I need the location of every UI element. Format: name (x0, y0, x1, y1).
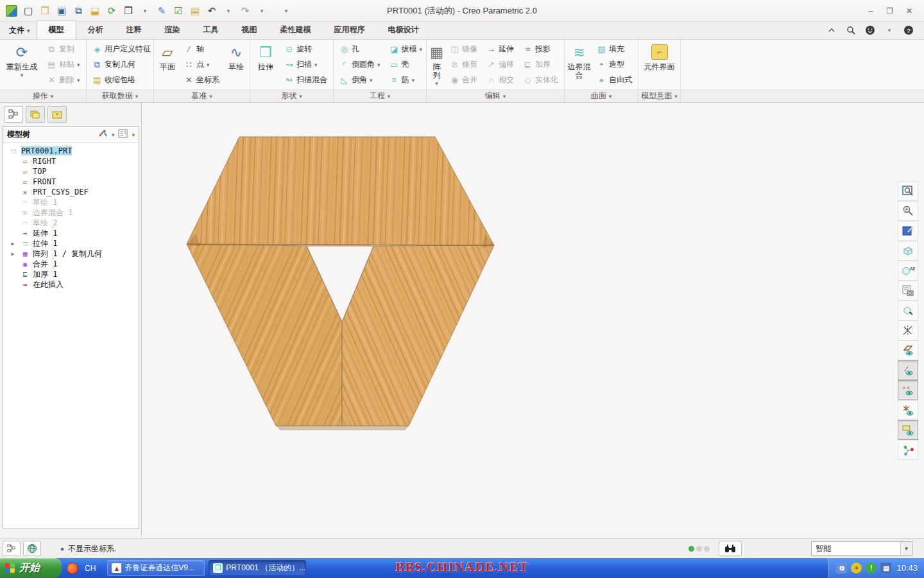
antivirus-icon[interactable]: + (851, 563, 862, 574)
windows-icon[interactable]: ❐ (121, 3, 136, 19)
library-icon[interactable]: ▤ (187, 3, 203, 19)
csys-button[interactable]: ✕ 坐标系 (180, 73, 223, 87)
tree-row-thicken1[interactable]: ⊑ 加厚 1 (3, 269, 139, 279)
save-icon[interactable]: ▣ (54, 3, 69, 19)
group-label-shapes[interactable]: 形状▾ (250, 89, 333, 102)
regenerate-quick-icon[interactable]: ⟳ (104, 3, 119, 19)
component-interface-button[interactable]: ⌐ 元件界面 (642, 41, 678, 88)
browser-button[interactable] (23, 541, 41, 556)
spin-center-button[interactable] (898, 440, 918, 460)
sweep-button[interactable]: ↝ 扫描 ▾ (280, 57, 331, 72)
undo-dropdown-icon[interactable]: ▾ (221, 3, 236, 19)
chamfer-button[interactable]: ◺ 倒角 ▾ (336, 73, 384, 87)
hole-button[interactable]: ◎ 孔 (336, 42, 384, 57)
axis-button[interactable]: ⁄ 轴 (180, 42, 223, 57)
display-style-button[interactable] (898, 241, 918, 261)
model-viewport[interactable] (142, 103, 924, 538)
expand-icon[interactable]: ▶ (8, 251, 17, 257)
shrinkwrap-button[interactable]: ▤ 收缩包络 (89, 73, 155, 87)
trim-button[interactable]: ⊘ 修剪 (446, 57, 481, 72)
validate-icon[interactable]: ☑ (171, 3, 186, 19)
redo-icon[interactable]: ↷ (237, 3, 253, 19)
datum-display-filters-button[interactable] (898, 320, 918, 340)
tab-annotate[interactable]: 注释 (115, 21, 153, 39)
repaint-icon[interactable]: ✎ (154, 3, 169, 19)
tree-row-insert-here[interactable]: → 在此插入 (3, 279, 139, 290)
minimize-ribbon-icon[interactable] (825, 24, 838, 37)
tab-flexible-modeling[interactable]: 柔性建模 (269, 21, 323, 39)
tree-row-sketch1[interactable]: ◠ 草绘 1 (3, 197, 139, 207)
tree-row-part[interactable]: ❒ PRT0001.PRT (3, 146, 139, 156)
regenerate-button[interactable]: ⟳ 重新生成 ▾ (2, 41, 42, 88)
group-label-engineering[interactable]: 工程▾ (334, 89, 426, 102)
group-label-surfaces[interactable]: 曲面▾ (565, 89, 638, 102)
csys-display-button[interactable] (898, 400, 918, 420)
project-button[interactable]: ≈ 投影 (519, 42, 562, 57)
merge-button[interactable]: ◉ 合并 (446, 73, 481, 87)
point-button[interactable]: ∷ 点 ▾ (180, 57, 223, 72)
tab-analysis[interactable]: 分析 (76, 21, 115, 39)
zoom-in-button[interactable] (898, 201, 918, 221)
group-label-get-data[interactable]: 获取数据▾ (87, 89, 153, 102)
tab-view[interactable]: 视图 (230, 21, 269, 39)
group-label-model-intent[interactable]: 模型意图▾ (638, 89, 680, 102)
app-tray-icon[interactable]: ▤ (880, 563, 891, 574)
selection-filter-combobox[interactable]: 智能 ▾ (811, 541, 912, 556)
tree-row-merge1[interactable]: ◉ 合并 1 (3, 259, 139, 269)
appearance-button[interactable]: AB (898, 261, 918, 281)
erase-icon[interactable]: ⬓ (87, 3, 103, 19)
minimize-button[interactable]: – (862, 4, 879, 17)
redo-dropdown-icon[interactable]: ▾ (254, 3, 270, 19)
feedback-dropdown-icon[interactable]: ▾ (883, 24, 896, 37)
restore-button[interactable]: ❐ (882, 4, 898, 17)
tab-model-tree[interactable] (4, 106, 23, 123)
search-icon[interactable] (844, 24, 857, 37)
input-method-icon[interactable] (67, 563, 78, 574)
wood-part[interactable] (187, 137, 494, 430)
tab-electrode-design[interactable]: 电极设计 (377, 21, 431, 39)
paste-button[interactable]: ▤ 粘贴 ▾ (43, 57, 84, 72)
intersect-button[interactable]: ∩ 相交 (483, 73, 518, 87)
expand-icon[interactable]: ▶ (8, 241, 17, 247)
tree-row-right[interactable]: ▱ RIGHT (3, 156, 139, 166)
point-display-button[interactable]: x x (898, 380, 918, 400)
tree-columns-icon[interactable] (118, 129, 128, 140)
filter-dropdown-icon[interactable]: ▾ (900, 542, 912, 555)
tab-applications[interactable]: 应用程序 (323, 21, 377, 39)
tree-row-csys[interactable]: ✕ PRT_CSYS_DEF (3, 187, 139, 197)
copy-geometry-button[interactable]: ⧉ 复制几何 (89, 57, 155, 72)
save-copy-icon[interactable]: ⧉ (71, 3, 86, 19)
solidify-button[interactable]: ◇ 实体化 (519, 73, 562, 87)
tree-row-front[interactable]: ▱ FRONT (3, 177, 139, 187)
tab-folder-browser[interactable] (26, 106, 45, 123)
app-logo-icon[interactable] (4, 3, 19, 19)
shell-button[interactable]: ▭ 壳 (386, 57, 427, 72)
feedback-icon[interactable] (864, 24, 877, 37)
tab-model[interactable]: 模型 (37, 21, 76, 39)
tree-settings-dropdown-icon[interactable]: ▾ (112, 132, 115, 138)
open-file-icon[interactable]: ❐ (37, 3, 53, 19)
offset-button[interactable]: ↗ 偏移 (483, 57, 518, 72)
copy-button[interactable]: ⧉ 复制 (43, 42, 84, 57)
close-button[interactable]: ✕ (901, 4, 918, 17)
delete-button[interactable]: ✕ 删除 ▾ (43, 73, 84, 87)
taskbar-item-creo[interactable]: ❒ PRT0001 （活动的）... (209, 560, 306, 576)
group-label-editing[interactable]: 编辑▾ (427, 89, 564, 102)
mirror-button[interactable]: ◫ 镜像 (446, 42, 481, 57)
file-menu-button[interactable]: 文件▾ (0, 22, 37, 39)
freestyle-button[interactable]: ● 自由式 (593, 73, 636, 87)
tab-tools[interactable]: 工具 (192, 21, 230, 39)
style-button[interactable]: ◓ 造型 (593, 57, 636, 72)
thicken-button[interactable]: ⊑ 加厚 (519, 57, 562, 72)
udf-button[interactable]: ◈ 用户定义特征 (89, 42, 155, 57)
windows-dropdown-icon[interactable]: ▾ (137, 3, 153, 19)
undo-icon[interactable]: ↶ (204, 3, 219, 19)
start-button[interactable]: 开始 (0, 558, 62, 578)
tab-favorites[interactable]: * (47, 106, 67, 123)
rib-button[interactable]: ≡ 筋 ▾ (386, 73, 427, 87)
plane-display-button[interactable] (898, 340, 918, 360)
swept-blend-button[interactable]: ↬ 扫描混合 (280, 73, 331, 87)
zoom-refit-button[interactable] (898, 181, 918, 201)
repaint-button[interactable] (898, 221, 918, 241)
clock[interactable]: 10:43 (896, 563, 918, 573)
